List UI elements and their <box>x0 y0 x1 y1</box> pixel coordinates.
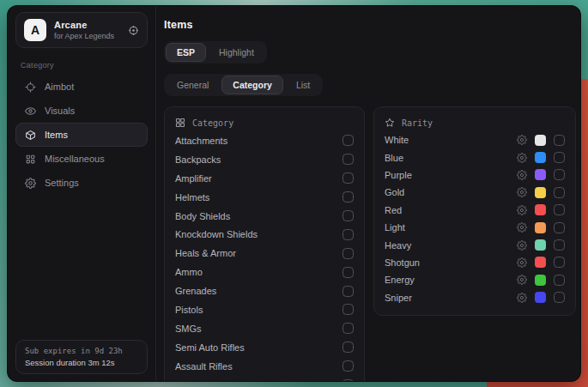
checkbox-purple[interactable] <box>554 169 565 180</box>
category-row-backpacks: Backpacks <box>175 150 354 169</box>
sidebar-item-visuals[interactable]: Visuals <box>15 99 148 123</box>
rarity-row-label: Light <box>385 222 405 233</box>
gear-icon[interactable] <box>517 205 527 215</box>
gear-icon[interactable] <box>517 222 527 233</box>
brand-subtitle: for Apex Legends <box>54 32 114 40</box>
rarity-row-white: White <box>385 131 565 148</box>
sidebar-item-aimbot[interactable]: Aimbot <box>15 75 148 99</box>
gear-icon[interactable] <box>517 170 527 180</box>
sidebar-item-settings[interactable]: Settings <box>15 171 148 195</box>
gear-icon[interactable] <box>517 275 527 285</box>
rarity-row-light: Light <box>385 219 565 236</box>
main-content: Items ESPHighlight GeneralCategoryList C… <box>156 6 581 381</box>
category-row-label: Knockdown Shields <box>175 229 258 239</box>
checkbox-sniper[interactable] <box>554 292 565 303</box>
view-tab-general[interactable]: General <box>166 76 220 94</box>
color-swatch-blue[interactable] <box>535 152 546 163</box>
sub-expiry-text: Sub expires in 9d 23h <box>25 347 138 355</box>
sidebar-spacer <box>15 195 148 340</box>
checkbox-white[interactable] <box>554 135 565 146</box>
rarity-row-label: Purple <box>385 170 412 180</box>
rarity-row-controls <box>517 169 565 180</box>
rarity-row-controls <box>517 204 565 215</box>
gear-icon[interactable] <box>517 240 527 251</box>
checkbox-grenades[interactable] <box>342 286 354 297</box>
sidebar-item-miscellaneous[interactable]: Miscellaneous <box>15 147 148 171</box>
rarity-row-purple: Purple <box>385 166 565 184</box>
category-row-helmets: Helmets <box>175 188 354 207</box>
category-row-attachments: Attachments <box>175 131 354 150</box>
color-swatch-red[interactable] <box>535 204 546 215</box>
checkbox-light[interactable] <box>554 222 565 233</box>
checkbox-gold[interactable] <box>554 187 565 198</box>
color-swatch-light[interactable] <box>535 222 546 233</box>
rarity-row-controls <box>517 222 565 233</box>
sidebar-item-label: Visuals <box>45 106 75 116</box>
checkbox-lmgs[interactable] <box>342 379 354 382</box>
sidebar-item-label: Settings <box>45 178 79 188</box>
checkbox-pistols[interactable] <box>342 304 354 315</box>
rarity-row-controls <box>517 239 565 251</box>
checkbox-red[interactable] <box>554 204 565 215</box>
mode-tab-highlight[interactable]: Highlight <box>208 43 265 62</box>
cheat-menu-window: A Arcane for Apex Legends Category Aimbo… <box>7 5 581 382</box>
category-row-label: Ammo <box>175 267 203 277</box>
checkbox-heals-armor[interactable] <box>342 248 354 259</box>
rarity-row-energy: Energy <box>385 271 565 288</box>
color-swatch-gold[interactable] <box>535 187 546 198</box>
category-row-label: Grenades <box>175 286 216 296</box>
checkbox-ammo[interactable] <box>342 267 354 278</box>
checkbox-shotgun[interactable] <box>554 257 565 268</box>
color-swatch-heavy[interactable] <box>535 239 546 251</box>
gear-icon[interactable] <box>517 135 527 145</box>
category-row-label: SMGs <box>175 324 202 334</box>
gear-icon[interactable] <box>517 293 527 303</box>
category-row-label: Semi Auto Rifles <box>175 342 245 353</box>
gear-icon[interactable] <box>517 187 527 197</box>
color-swatch-shotgun[interactable] <box>535 257 546 268</box>
view-tab-list[interactable]: List <box>285 76 321 94</box>
checkbox-assault-rifles[interactable] <box>342 360 354 372</box>
category-row-smgs: SMGs <box>175 319 354 338</box>
mode-tab-esp[interactable]: ESP <box>166 43 206 62</box>
category-row-label: Body Shields <box>175 211 230 221</box>
checkbox-heavy[interactable] <box>554 239 565 251</box>
rarity-panel-header: Rarity <box>385 114 565 131</box>
category-row-body-shields: Body Shields <box>175 207 354 226</box>
target-icon[interactable] <box>128 25 139 36</box>
gear-icon[interactable] <box>517 153 527 163</box>
color-swatch-purple[interactable] <box>535 169 546 180</box>
view-tab-category[interactable]: Category <box>221 76 283 94</box>
category-row-heals-armor: Heals & Armor <box>175 244 354 263</box>
session-info-box: Sub expires in 9d 23h Session duration 3… <box>15 340 148 374</box>
checkbox-backpacks[interactable] <box>342 154 354 165</box>
color-swatch-energy[interactable] <box>535 275 546 286</box>
color-swatch-sniper[interactable] <box>535 292 546 303</box>
rarity-row-controls <box>517 257 565 268</box>
checkbox-energy[interactable] <box>554 275 565 286</box>
gear-icon[interactable] <box>517 257 527 268</box>
category-rows: AttachmentsBackpacksAmplifierHelmetsBody… <box>175 131 354 382</box>
rarity-row-controls <box>517 292 565 303</box>
color-swatch-white[interactable] <box>535 135 546 146</box>
checkbox-smgs[interactable] <box>342 323 354 334</box>
rarity-row-controls <box>517 152 565 163</box>
category-row-pistols: Pistols <box>175 300 354 319</box>
checkbox-attachments[interactable] <box>342 135 354 146</box>
checkbox-body-shields[interactable] <box>342 210 354 221</box>
category-row-lmgs: LMGs <box>175 376 354 382</box>
brand-name: Arcane <box>54 20 114 30</box>
rarity-rows: WhiteBluePurpleGoldRedLightHeavyShotgunE… <box>385 131 565 306</box>
checkbox-blue[interactable] <box>554 152 565 163</box>
sidebar-item-items[interactable]: Items <box>15 123 148 147</box>
category-row-label: Amplifier <box>175 173 212 184</box>
checkbox-semi-auto-rifles[interactable] <box>342 342 354 353</box>
grid-dots-icon <box>25 154 36 165</box>
checkbox-knockdown-shields[interactable] <box>342 229 354 240</box>
checkbox-helmets[interactable] <box>342 191 354 203</box>
category-row-label: Assault Rifles <box>175 361 233 372</box>
panels-container: Category AttachmentsBackpacksAmplifierHe… <box>164 106 576 382</box>
rarity-row-label: Shotgun <box>385 257 420 268</box>
rarity-panel-title: Rarity <box>402 118 433 128</box>
checkbox-amplifier[interactable] <box>342 172 354 184</box>
